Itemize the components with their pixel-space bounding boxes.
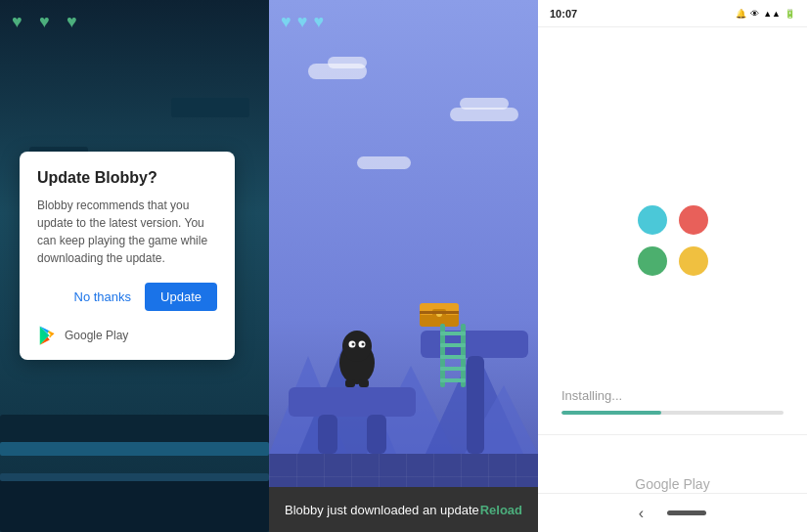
- main-platform-left-leg2: [367, 415, 386, 454]
- cloud-4: [460, 98, 509, 110]
- main-platform-left-leg: [318, 415, 337, 454]
- heart-3: ♥: [67, 12, 88, 31]
- p2-heart-3: ♥: [313, 12, 324, 32]
- svg-rect-12: [359, 379, 369, 387]
- status-time: 10:07: [550, 8, 577, 20]
- svg-rect-18: [420, 311, 459, 314]
- svg-rect-24: [440, 367, 466, 371]
- platform-1: [0, 415, 269, 444]
- progress-bar-background: [561, 411, 784, 415]
- heart-1: ♥: [12, 12, 33, 31]
- dot-red: [679, 205, 708, 235]
- wifi-icon: ▲▲: [763, 9, 781, 19]
- google-play-label: Google Play: [65, 329, 128, 342]
- mountains: [269, 297, 538, 454]
- panel2-game: ♥ ♥ ♥: [269, 0, 538, 532]
- panel3-installing: 10:07 🔔 👁 ▲▲ 🔋 Installing... Google Play…: [538, 0, 807, 532]
- svg-rect-23: [440, 355, 466, 359]
- google-play-icon: [37, 325, 59, 346]
- dialog-title: Update Blobby?: [37, 169, 217, 187]
- svg-rect-11: [345, 379, 355, 387]
- status-bar: 10:07 🔔 👁 ▲▲ 🔋: [538, 0, 807, 27]
- google-play-badge: Google Play: [37, 325, 217, 346]
- app-dots-grid: [638, 205, 708, 276]
- no-thanks-button[interactable]: No thanks: [68, 286, 138, 308]
- back-button[interactable]: ‹: [639, 505, 644, 522]
- svg-point-6: [342, 331, 372, 362]
- home-button[interactable]: [667, 510, 706, 515]
- nav-bar: ‹: [538, 493, 807, 532]
- dialog-buttons: No thanks Update: [37, 283, 217, 311]
- status-icons: 🔔 👁 ▲▲ 🔋: [736, 9, 795, 19]
- dialog-body: Blobby recommends that you update to the…: [37, 197, 217, 267]
- eye-icon: 👁: [750, 9, 759, 19]
- installing-section: Installing...: [538, 388, 807, 415]
- platform-glow-1: [0, 442, 269, 456]
- cloud-3: [450, 108, 518, 121]
- ladder: [438, 324, 468, 387]
- platform-2: [171, 98, 249, 117]
- panel1-game-update: ♥ ♥ ♥ Update Blobby? Blobby recommends t…: [0, 0, 269, 532]
- snackbar-text: Blobby just downloaded an update: [285, 503, 479, 517]
- alarm-icon: 🔔: [736, 9, 746, 19]
- platform-bottom: [0, 478, 269, 532]
- footer-google-play-label: Google Play: [635, 476, 709, 492]
- installing-label: Installing...: [561, 388, 784, 403]
- progress-bar-fill: [561, 411, 661, 415]
- svg-point-10: [362, 343, 365, 346]
- heart-2: ♥: [39, 12, 61, 31]
- snackbar: Blobby just downloaded an update Reload: [269, 487, 538, 532]
- dot-yellow: [679, 246, 708, 276]
- main-platform-left: [289, 387, 416, 417]
- reload-button[interactable]: Reload: [480, 503, 522, 517]
- hearts-row: ♥ ♥ ♥: [12, 12, 88, 31]
- update-dialog: Update Blobby? Blobby recommends that yo…: [20, 152, 235, 360]
- p2-heart-2: ♥: [297, 12, 308, 32]
- cloud-5: [357, 156, 411, 169]
- dot-green: [638, 246, 667, 276]
- battery-icon: 🔋: [785, 9, 795, 19]
- update-button[interactable]: Update: [145, 283, 217, 311]
- panel3-footer: Google Play ‹: [538, 434, 807, 532]
- cloud-2: [328, 57, 367, 68]
- glow-stripe: [0, 473, 269, 481]
- svg-rect-25: [440, 378, 466, 382]
- panel2-hearts: ♥ ♥ ♥: [281, 12, 324, 32]
- svg-rect-22: [440, 343, 466, 347]
- main-platform-right: [421, 331, 528, 358]
- svg-point-9: [352, 343, 355, 346]
- main-platform-right-leg: [467, 356, 484, 454]
- p2-heart-1: ♥: [281, 12, 291, 32]
- svg-rect-21: [440, 332, 466, 335]
- character: [333, 329, 381, 387]
- dot-blue: [638, 205, 667, 235]
- treasure-chest: [419, 291, 460, 327]
